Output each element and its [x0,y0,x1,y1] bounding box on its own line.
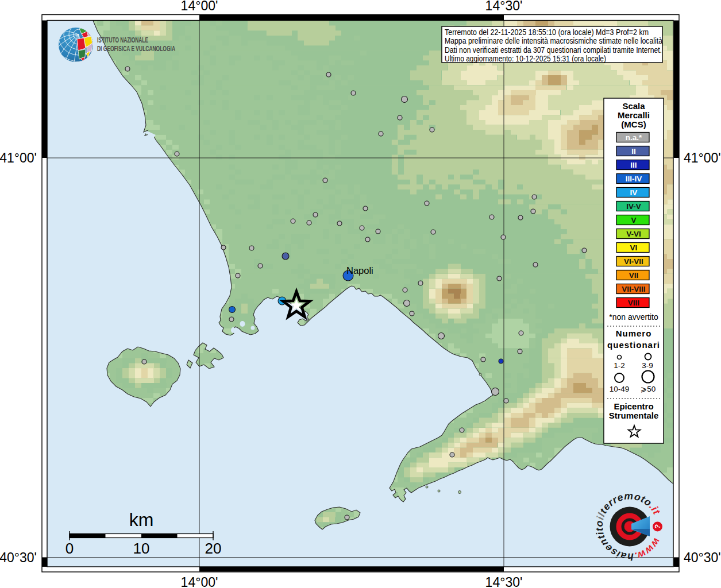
svg-text:DI GEOFISICA E VULCANOLOGIA: DI GEOFISICA E VULCANOLOGIA [97,44,175,53]
svg-text:40°30': 40°30' [684,550,721,565]
svg-text:40°30': 40°30' [0,550,37,565]
svg-text:III-IV: III-IV [626,175,642,183]
svg-text:IV-V: IV-V [626,202,641,211]
svg-text:Napoli: Napoli [346,265,373,276]
svg-text:questionari: questionari [607,340,660,350]
svg-text:VIII: VIII [628,299,639,307]
svg-text:Mappa preliminare delle intens: Mappa preliminare delle intensità macros… [445,36,662,45]
svg-text:VII: VII [629,271,639,280]
svg-text:IV: IV [630,188,638,197]
svg-text:VII-VIII: VII-VIII [622,285,645,293]
svg-text:14°30': 14°30' [485,575,523,588]
svg-text:VI-VII: VI-VII [624,257,643,266]
svg-text:1-2: 1-2 [614,361,625,370]
svg-text:Mercalli: Mercalli [618,110,650,120]
svg-text:3-9: 3-9 [642,361,653,370]
svg-text:Dati non verificati estratti d: Dati non verificati estratti da 307 ques… [445,45,662,55]
svg-text:ISTITUTO NAZIONALE: ISTITUTO NAZIONALE [97,36,148,44]
svg-text:41°00': 41°00' [0,150,37,165]
svg-text:*non avvertito: *non avvertito [609,312,658,322]
svg-text:14°00': 14°00' [181,0,218,13]
svg-text:14°00': 14°00' [181,575,218,588]
svg-text:0: 0 [65,540,74,557]
svg-text:n.a.*: n.a.* [626,133,642,142]
svg-text:VI: VI [630,243,638,252]
svg-text:V: V [631,216,636,225]
svg-text:V-VI: V-VI [626,230,641,238]
svg-text:(MCS): (MCS) [621,119,646,129]
svg-text:Ultimo aggiornamento: 10-12-20: Ultimo aggiornamento: 10-12-2025 15:31 (… [445,54,606,63]
svg-text:Numero: Numero [616,328,652,338]
svg-text:II: II [631,147,636,156]
svg-text:Strumentale: Strumentale [609,411,659,420]
svg-text:III: III [630,161,637,169]
svg-text:14°30': 14°30' [485,0,523,13]
svg-text:km: km [129,509,154,530]
svg-text:41°00': 41°00' [684,150,721,165]
svg-text:Terremoto del 22-11-2025 18:55: Terremoto del 22-11-2025 18:55:10 (ora l… [445,28,649,37]
svg-text:20: 20 [205,540,222,557]
svg-text:Epicentro: Epicentro [614,401,653,411]
svg-text:Scala: Scala [622,101,645,111]
svg-text:10-49: 10-49 [610,385,630,393]
svg-text:⩾50: ⩾50 [641,385,656,393]
svg-text:10: 10 [133,540,150,557]
